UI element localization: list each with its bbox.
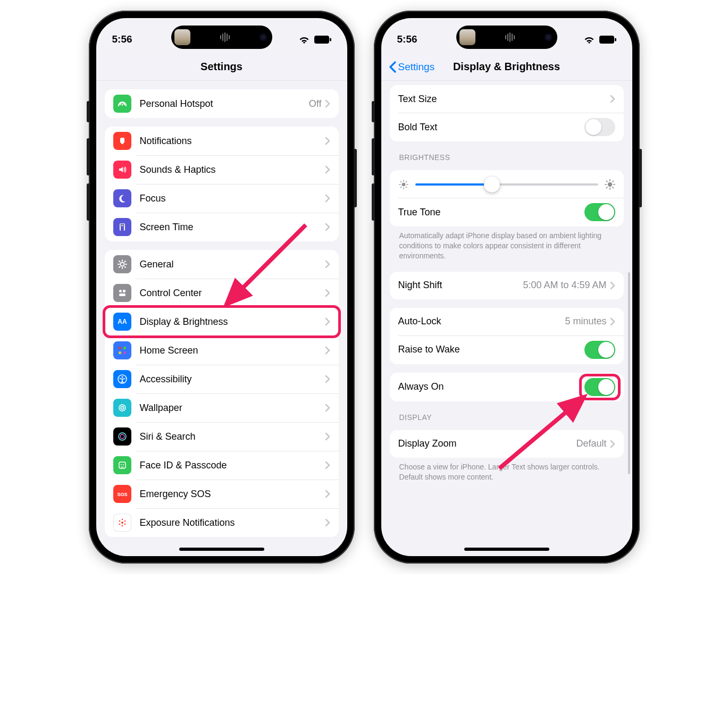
settings-row-homescreen[interactable]: Home Screen	[105, 336, 339, 365]
svg-text:SOS: SOS	[117, 492, 127, 497]
settings-row-focus[interactable]: Focus	[105, 184, 339, 213]
display-settings-list[interactable]: Text Size Bold Text BRIGHTNESS	[381, 81, 632, 556]
brightness-slider[interactable]	[398, 179, 615, 190]
settings-row-sos[interactable]: SOSEmergency SOS	[105, 480, 339, 508]
display-zoom-value: Default	[576, 438, 606, 449]
sun-small-icon	[398, 179, 409, 190]
always-on-toggle[interactable]	[584, 378, 615, 396]
chevron-right-icon	[325, 490, 330, 498]
settings-row-label: General	[140, 259, 325, 270]
back-label: Settings	[398, 61, 435, 73]
settings-row-notifications[interactable]: Notifications	[105, 127, 339, 155]
text-size-row[interactable]: Text Size	[390, 85, 624, 113]
night-shift-value: 5:00 AM to 4:59 AM	[523, 280, 606, 291]
home-indicator[interactable]	[179, 548, 264, 551]
svg-point-31	[119, 524, 120, 525]
screentime-icon	[113, 218, 131, 236]
settings-row-siri[interactable]: Siri & Search	[105, 422, 339, 451]
settings-row-sounds[interactable]: Sounds & Haptics	[105, 155, 339, 184]
now-playing-thumb	[459, 29, 475, 45]
chevron-right-icon	[325, 194, 330, 203]
true-tone-row[interactable]: True Tone	[390, 198, 624, 226]
settings-row-label: Siri & Search	[140, 431, 325, 442]
settings-list[interactable]: Personal HotspotOffNotificationsSounds &…	[96, 81, 347, 556]
focus-icon	[113, 189, 131, 207]
controlcenter-icon	[113, 284, 131, 302]
night-shift-row[interactable]: Night Shift 5:00 AM to 4:59 AM	[390, 272, 624, 299]
display-zoom-group: Display Zoom Default	[390, 430, 624, 458]
svg-rect-4	[121, 143, 123, 144]
raise-to-wake-row[interactable]: Raise to Wake	[390, 335, 624, 364]
navbar: Settings	[96, 53, 347, 81]
svg-rect-10	[123, 290, 125, 292]
phone-left: 5:56 Settings Personal HotspotOffNotific…	[89, 11, 355, 564]
always-on-row[interactable]: Always On	[390, 373, 624, 401]
settings-row-accessibility[interactable]: Accessibility	[105, 365, 339, 393]
bold-text-toggle[interactable]	[584, 118, 615, 136]
chevron-right-icon	[325, 346, 330, 355]
audio-waveform-icon	[505, 32, 515, 42]
status-time: 5:56	[397, 33, 417, 45]
display-zoom-label: Display Zoom	[398, 438, 576, 449]
settings-row-display[interactable]: AADisplay & Brightness	[105, 307, 339, 336]
svg-point-34	[121, 525, 123, 527]
settings-row-label: Notifications	[140, 136, 325, 147]
raise-toggle[interactable]	[584, 341, 615, 359]
settings-row-general[interactable]: General	[105, 250, 339, 279]
sos-icon: SOS	[113, 485, 131, 503]
chevron-left-icon	[389, 61, 396, 73]
battery-icon	[314, 36, 331, 44]
back-button[interactable]: Settings	[389, 53, 435, 80]
settings-row-exposure[interactable]: Exposure Notifications	[105, 508, 339, 537]
home-indicator[interactable]	[464, 548, 549, 551]
dynamic-island	[456, 26, 557, 49]
svg-point-2	[121, 104, 123, 106]
wallpaper-icon	[113, 399, 131, 417]
brightness-group: True Tone	[390, 170, 624, 226]
svg-point-33	[121, 519, 123, 520]
svg-point-38	[401, 183, 405, 187]
brightness-slider-row[interactable]	[390, 170, 624, 198]
svg-line-53	[613, 187, 614, 188]
chevron-right-icon	[325, 99, 330, 108]
always-on-label: Always On	[398, 381, 584, 392]
svg-line-43	[400, 181, 401, 182]
svg-rect-36	[599, 36, 614, 44]
settings-row-hotspot[interactable]: Personal HotspotOff	[105, 89, 339, 118]
svg-point-29	[119, 520, 120, 522]
night-shift-label: Night Shift	[398, 280, 523, 291]
settings-group-1: NotificationsSounds & HapticsFocusScreen…	[105, 127, 339, 241]
settings-row-wallpaper[interactable]: Wallpaper	[105, 393, 339, 422]
auto-lock-row[interactable]: Auto-Lock 5 minutes	[390, 308, 624, 335]
sounds-icon	[113, 161, 131, 179]
chevron-right-icon	[610, 440, 615, 448]
svg-rect-16	[123, 351, 126, 354]
svg-rect-15	[119, 351, 121, 354]
svg-point-22	[119, 433, 126, 440]
chevron-right-icon	[325, 137, 330, 145]
page-title: Settings	[200, 61, 242, 73]
svg-point-32	[124, 524, 125, 525]
svg-rect-37	[615, 38, 616, 41]
settings-row-controlcenter[interactable]: Control Center	[105, 279, 339, 307]
general-icon	[113, 255, 131, 273]
chevron-right-icon	[610, 281, 615, 290]
camera-dot	[260, 33, 267, 41]
true-tone-toggle[interactable]	[584, 203, 615, 221]
chevron-right-icon	[325, 317, 330, 326]
svg-rect-3	[120, 138, 124, 143]
settings-row-label: Display & Brightness	[140, 316, 325, 328]
display-zoom-row[interactable]: Display Zoom Default	[390, 430, 624, 458]
settings-group-2: GeneralControl CenterAADisplay & Brightn…	[105, 250, 339, 537]
settings-row-value: Off	[309, 98, 322, 110]
bold-text-row[interactable]: Bold Text	[390, 113, 624, 141]
settings-row-faceid[interactable]: Face ID & Passcode	[105, 451, 339, 480]
chevron-right-icon	[325, 404, 330, 412]
display-zoom-footer: Choose a view for iPhone. Larger Text sh…	[390, 458, 624, 484]
svg-line-46	[406, 181, 407, 182]
svg-line-52	[606, 181, 607, 182]
settings-row-screentime[interactable]: Screen Time	[105, 213, 339, 241]
chevron-right-icon	[610, 317, 615, 326]
scrollbar[interactable]	[628, 272, 630, 474]
audio-waveform-icon	[220, 32, 230, 42]
